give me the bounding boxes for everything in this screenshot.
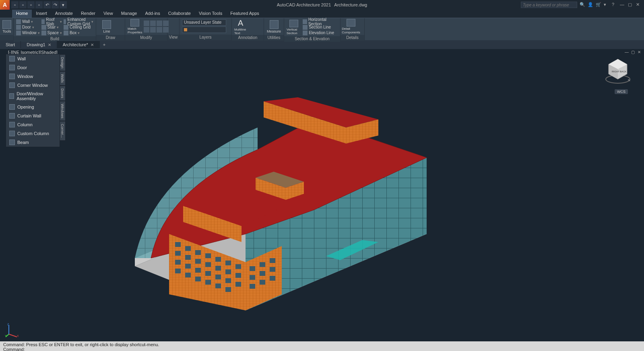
wall-button[interactable]: Wall▾ <box>16 19 40 24</box>
close-icon[interactable]: ✕ <box>48 43 51 47</box>
doctab-start[interactable]: Start <box>0 41 21 48</box>
palette-item-custom-column[interactable]: Custom Column <box>6 129 60 138</box>
palette-item-beam[interactable]: Beam <box>6 138 60 147</box>
horiz-section-button[interactable]: Horizontal Section <box>303 19 338 24</box>
tab-manage[interactable]: Manage <box>117 10 141 18</box>
search-input[interactable] <box>521 2 577 8</box>
tab-home[interactable]: Home <box>12 10 32 18</box>
space-button[interactable]: Space▾ <box>41 30 62 35</box>
curtainwall-icon <box>9 113 15 119</box>
help-icon[interactable]: ? <box>612 2 617 8</box>
layer-state-combo[interactable]: Unsaved Layer State <box>182 19 226 26</box>
tab-view[interactable]: View <box>99 10 117 18</box>
side-tab-doors[interactable]: Doors <box>60 86 66 101</box>
elevation-line-button[interactable]: Elevation Line <box>303 30 338 35</box>
cmd-line-2: Command: <box>3 347 641 351</box>
palette-item-curtain-wall[interactable]: Curtain Wall <box>6 111 60 120</box>
stair-button[interactable]: Stair▾ <box>41 25 62 30</box>
doc-title: Architecture.dwg <box>334 2 367 7</box>
roofslab-button[interactable]: Roof Slab▾ <box>41 19 62 24</box>
qat-save-icon[interactable]: ▫ <box>27 1 35 8</box>
tab-annotate[interactable]: Annotate <box>51 10 77 18</box>
modify-icon-7[interactable] <box>157 27 162 33</box>
section-line-button[interactable]: Section Line <box>303 25 338 30</box>
side-tab-design[interactable]: Design <box>60 54 66 71</box>
ceilinggrid-button[interactable]: Ceiling Grid <box>64 25 93 30</box>
signin-icon[interactable]: 👤 <box>588 2 593 8</box>
ribbon: Tools Wall▾ Door▾ Window▾ Roof Slab▾ Sta… <box>0 18 644 40</box>
qat-dropdown-icon[interactable]: ▾ <box>60 1 67 8</box>
cart-icon[interactable]: 🛒 <box>596 2 601 8</box>
svg-text:N: N <box>628 78 630 82</box>
vp-close-icon[interactable]: ✕ <box>638 50 642 55</box>
palette-item-column[interactable]: Column <box>6 120 60 129</box>
palette-item-window[interactable]: Window <box>6 72 60 81</box>
match-properties-button[interactable]: Match Properties <box>128 19 142 34</box>
viewcube[interactable]: RIGHT BACK N <box>604 57 632 85</box>
vertical-section-button[interactable]: Vertical Section <box>287 20 301 35</box>
palette-item-opening[interactable]: Opening <box>6 103 60 111</box>
side-tab-windows[interactable]: Windows <box>60 101 66 121</box>
qat-saveas-icon[interactable]: ▫ <box>35 1 43 8</box>
svg-rect-25 <box>205 262 211 267</box>
building-model[interactable] <box>121 97 435 310</box>
close-icon[interactable]: ✕ <box>91 43 94 47</box>
tool-palette: Wall Door Window Corner Window Door/Wind… <box>6 54 60 147</box>
measure-button[interactable]: Measure <box>266 19 281 34</box>
modify-icon-5[interactable] <box>144 27 149 33</box>
doctab-architecture[interactable]: Architecture*✕ <box>57 41 100 48</box>
layer-combo[interactable] <box>182 27 226 33</box>
viewport[interactable]: [-][NE Isometric][Shaded] — ▢ ✕ TOOL PAL… <box>0 49 644 341</box>
side-tab-corner[interactable]: Corner... <box>60 121 66 141</box>
tools-button[interactable]: Tools <box>2 19 11 34</box>
menu-bar: Home Insert Annotate Render View Manage … <box>0 10 644 18</box>
maximize-icon[interactable]: ▢ <box>628 2 634 8</box>
modify-icon-2[interactable] <box>150 21 156 26</box>
palette-item-corner-window[interactable]: Corner Window <box>6 81 60 90</box>
door-button[interactable]: Door▾ <box>16 25 40 30</box>
tab-insert[interactable]: Insert <box>32 10 51 18</box>
window-button[interactable]: Window▾ <box>16 30 40 35</box>
svg-rect-42 <box>250 266 255 271</box>
wcs-badge[interactable]: WCS <box>615 89 628 94</box>
qat-undo-icon[interactable]: ↶ <box>43 1 51 8</box>
tab-render[interactable]: Render <box>77 10 99 18</box>
svg-rect-37 <box>185 273 191 277</box>
close-icon[interactable]: ✕ <box>636 2 642 8</box>
vp-min-icon[interactable]: — <box>625 50 630 55</box>
tab-featuredapps[interactable]: Featured Apps <box>226 10 263 18</box>
qat-open-icon[interactable]: ▫ <box>19 1 27 8</box>
svg-rect-19 <box>215 257 221 262</box>
box-button[interactable]: Box▾ <box>64 30 93 35</box>
modify-icon-6[interactable] <box>150 27 156 33</box>
search-icon[interactable]: 🔍 <box>580 2 585 8</box>
side-tab-walls[interactable]: Walls <box>60 71 66 86</box>
doctab-drawing1[interactable]: Drawing1✕ <box>21 41 57 48</box>
svg-rect-15 <box>175 242 181 247</box>
modify-icon-1[interactable] <box>144 21 149 26</box>
qat-redo-icon[interactable]: ↷ <box>52 1 59 8</box>
tab-visiontools[interactable]: Vision Tools <box>195 10 226 18</box>
tab-addins[interactable]: Add-ins <box>141 10 164 18</box>
palette-item-wall[interactable]: Wall <box>6 54 60 63</box>
svg-rect-27 <box>225 269 231 274</box>
app-dropdown-icon[interactable]: ▾ <box>604 2 609 8</box>
tab-collaborate[interactable]: Collaborate <box>164 10 195 18</box>
line-button[interactable]: Line <box>99 19 115 34</box>
modify-icon-3[interactable] <box>157 21 162 26</box>
panel-view-label: View <box>167 35 179 40</box>
minimize-icon[interactable]: — <box>620 2 625 8</box>
svg-text:X: X <box>17 335 19 337</box>
ucs-icon[interactable]: X Y Z <box>5 323 20 338</box>
match-icon <box>130 19 139 27</box>
app-logo[interactable]: A <box>0 0 10 10</box>
detail-components-button[interactable]: Detail Components <box>343 19 359 34</box>
palette-item-dw-assembly[interactable]: Door/Window Assembly <box>6 90 60 103</box>
multiline-text-button[interactable]: AMultiline Text <box>234 19 250 34</box>
qat-new-icon[interactable]: ▫ <box>11 1 19 8</box>
new-tab-button[interactable]: + <box>100 41 109 48</box>
wall-icon <box>16 19 21 24</box>
customgrid-button[interactable]: Enhanced Custom Grid▾ <box>64 19 93 24</box>
palette-item-door[interactable]: Door <box>6 63 60 72</box>
vp-max-icon[interactable]: ▢ <box>631 50 636 55</box>
